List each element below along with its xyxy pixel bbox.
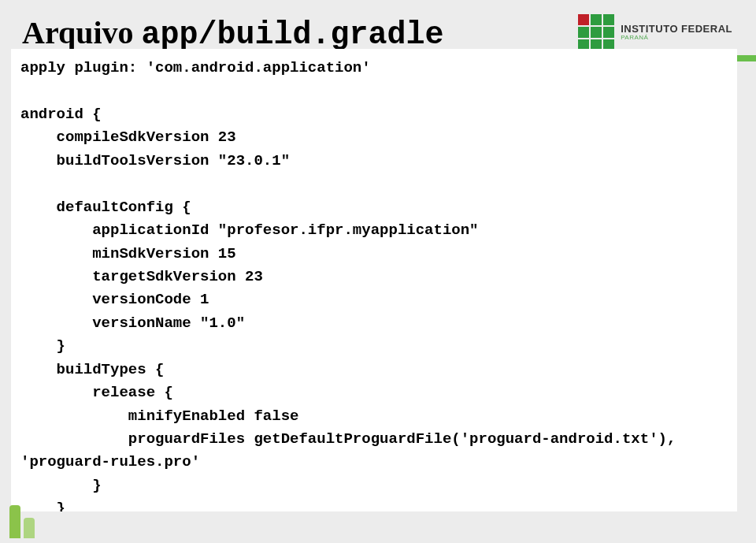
logo-squares-icon [578, 14, 614, 50]
code-line: minSdkVersion 15 [20, 245, 236, 262]
decor-bar-icon [24, 518, 35, 538]
code-block: apply plugin: 'com.android.application' … [11, 49, 737, 511]
logo-line2: PARANÁ [621, 35, 732, 41]
code-line: applicationId "profesor.ifpr.myapplicati… [20, 221, 479, 239]
code-line: proguardFiles getDefaultProguardFile('pr… [20, 430, 685, 448]
code-line: buildToolsVersion "23.0.1" [20, 152, 290, 169]
code-line: buildTypes { [20, 361, 164, 378]
code-line: android { [20, 106, 102, 123]
code-line: 'proguard-rules.pro' [20, 453, 200, 470]
code-line: apply plugin: 'com.android.application' [20, 59, 371, 76]
code-line: } [20, 337, 65, 355]
logo-text: INSTITUTO FEDERAL PARANÁ [621, 24, 732, 41]
slide: Arquivo app/build.gradle INSTITUTO FEDER… [0, 0, 756, 543]
logo-line1: INSTITUTO FEDERAL [621, 24, 732, 35]
code-line: defaultConfig { [20, 199, 191, 216]
code-line: compileSdkVersion 23 [20, 128, 236, 146]
code-line: } [20, 477, 102, 494]
decor-bar-icon [9, 505, 20, 538]
code-line: release { [20, 384, 173, 401]
code-line: targetSdkVersion 23 [20, 268, 263, 285]
title-filename: app/build.gradle [142, 17, 444, 53]
code-line: versionCode 1 [20, 291, 209, 308]
code-line: versionName "1.0" [20, 314, 245, 332]
title-prefix: Arquivo [22, 15, 142, 50]
corner-decoration [9, 505, 35, 538]
institute-logo: INSTITUTO FEDERAL PARANÁ [578, 14, 732, 50]
code-line: minifyEnabled false [20, 407, 298, 425]
